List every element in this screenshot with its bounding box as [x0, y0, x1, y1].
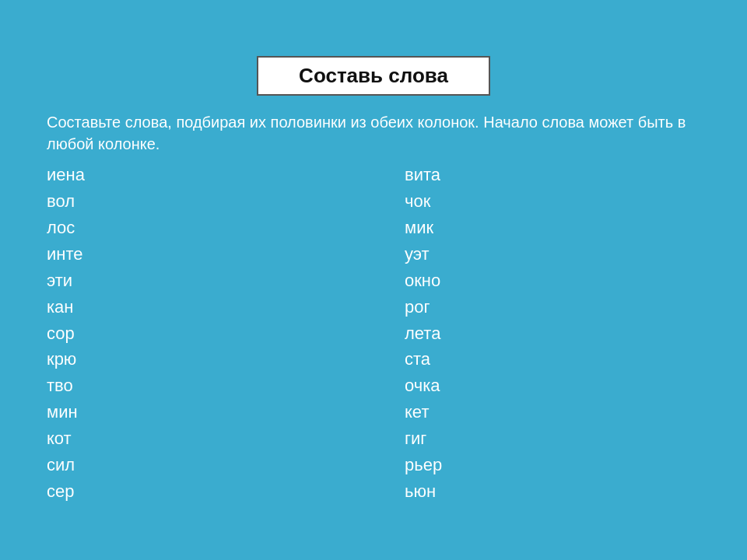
instruction-text: Составьте слова, подбирая их половинки и… — [47, 111, 700, 155]
list-item: вита — [405, 163, 482, 187]
list-item: лос — [47, 215, 265, 240]
list-item: рог — [405, 295, 482, 320]
main-container: Составь слова Составьте слова, подбирая … — [23, 40, 724, 520]
page-title: Составь слова — [299, 64, 448, 88]
list-item: очка — [405, 373, 482, 398]
list-item: уэт — [405, 242, 482, 267]
list-item: кот — [47, 426, 265, 451]
list-item: рьер — [405, 453, 482, 478]
list-item: вол — [47, 189, 265, 214]
list-item: эти — [47, 268, 265, 293]
list-item: окно — [405, 268, 482, 293]
list-item: лета — [405, 321, 482, 346]
list-item: кет — [405, 400, 482, 425]
list-item: тво — [47, 373, 265, 398]
list-item: крю — [47, 347, 265, 372]
list-item: сер — [47, 479, 265, 504]
left-column: иенаволлосинтеэтикансоркрютвоминкотсилсе… — [47, 163, 265, 504]
list-item: мин — [47, 400, 265, 425]
word-grid: иенаволлосинтеэтикансоркрютвоминкотсилсе… — [47, 163, 700, 504]
title-box: Составь слова — [257, 56, 490, 96]
list-item: мик — [405, 215, 482, 240]
list-item: ста — [405, 347, 482, 372]
list-item: ьюн — [405, 479, 482, 504]
right-column: витачокмикуэтокнороглетастаочкакетгигрье… — [265, 163, 482, 504]
list-item: гиг — [405, 426, 482, 451]
list-item: сил — [47, 453, 265, 478]
list-item: кан — [47, 295, 265, 320]
list-item: чок — [405, 189, 482, 214]
list-item: иена — [47, 163, 265, 187]
list-item: инте — [47, 242, 265, 267]
list-item: сор — [47, 321, 265, 346]
